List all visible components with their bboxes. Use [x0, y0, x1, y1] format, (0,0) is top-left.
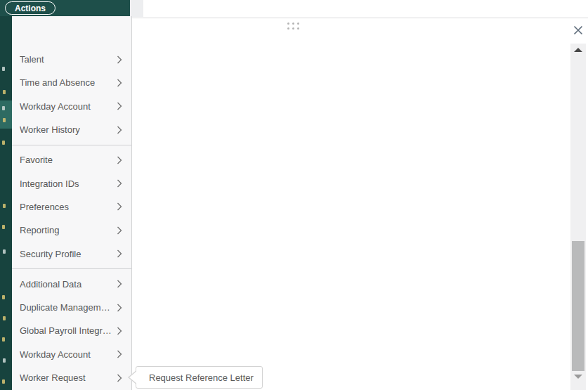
- scroll-down-button[interactable]: [570, 372, 586, 382]
- sidebar-edge-fragment: [3, 316, 6, 320]
- menu-divider: [12, 268, 131, 269]
- menu-item-duplicate-management[interactable]: Duplicate Management: [12, 296, 131, 319]
- sidebar-edge-fragment: [3, 118, 6, 122]
- menu-item-label: Worker Request: [20, 372, 112, 383]
- sidebar-edge-fragment: [2, 337, 5, 342]
- menu-item-additional-data[interactable]: Additional Data: [12, 273, 131, 296]
- chevron-right-icon: [117, 304, 122, 312]
- sidebar-strip: [0, 16, 12, 390]
- submenu-arrow-icon: [129, 370, 138, 384]
- menu-item-security-profile[interactable]: Security Profile: [12, 242, 131, 265]
- menu-item-label: Worker History: [20, 124, 112, 135]
- chevron-right-icon: [117, 202, 122, 211]
- header-tab-spacer: [130, 0, 143, 17]
- chevron-right-icon: [117, 249, 122, 258]
- submenu-item-request-reference-letter[interactable]: Request Reference Letter: [136, 367, 262, 388]
- chevron-right-icon: [117, 350, 122, 358]
- actions-button[interactable]: Actions: [5, 1, 55, 15]
- menu-item-global-payroll-integrations[interactable]: Global Payroll Integrati…: [12, 319, 131, 342]
- chevron-right-icon: [117, 226, 122, 235]
- menu-item-workday-account-2[interactable]: Workday Account: [12, 343, 131, 366]
- sidebar-edge-fragment: [3, 90, 6, 94]
- scroll-up-button[interactable]: [570, 44, 586, 56]
- actions-menu: Talent Time and Absence Workday Account …: [12, 16, 132, 390]
- menu-item-integration-ids[interactable]: Integration IDs: [12, 171, 131, 195]
- chevron-right-icon: [117, 56, 122, 64]
- scroll-up-arrow-icon: [574, 48, 582, 52]
- menu-item-label: Favorite: [20, 155, 112, 165]
- sidebar-edge-fragment: [2, 225, 5, 229]
- sidebar-edge-fragment: [2, 379, 5, 384]
- menu-item-favorite[interactable]: Favorite: [12, 148, 131, 171]
- sidebar-highlighted-item: [0, 100, 12, 129]
- sidebar-edge-fragment: [3, 204, 6, 208]
- menu-item-label: Additional Data: [20, 279, 112, 290]
- sidebar-edge-fragment: [2, 106, 5, 110]
- menu-item-label: Preferences: [20, 202, 112, 212]
- menu-item-talent[interactable]: Talent: [12, 48, 131, 71]
- chevron-right-icon: [117, 374, 122, 382]
- chevron-right-icon: [117, 327, 122, 335]
- worker-request-submenu: Request Reference Letter: [136, 366, 263, 389]
- sidebar-edge-fragment: [3, 358, 6, 363]
- menu-item-label: Workday Account: [20, 101, 112, 112]
- menu-item-label: Reporting: [20, 225, 112, 235]
- sidebar-edge-fragment: [2, 67, 5, 71]
- menu-item-time-and-absence[interactable]: Time and Absence: [12, 71, 131, 94]
- menu-divider: [12, 145, 131, 145]
- menu-item-worker-history[interactable]: Worker History: [12, 118, 131, 141]
- menu-item-label: Workday Account: [20, 349, 112, 360]
- menu-item-workday-account[interactable]: Workday Account: [12, 95, 131, 118]
- chevron-right-icon: [117, 79, 122, 87]
- scroll-down-arrow-icon: [574, 375, 582, 379]
- chevron-right-icon: [117, 280, 122, 288]
- menu-item-reporting[interactable]: Reporting: [12, 219, 131, 242]
- modal-top-border: [130, 18, 588, 18]
- chevron-right-icon: [117, 156, 122, 164]
- menu-item-label: Security Profile: [20, 249, 112, 259]
- menu-item-label: Global Payroll Integrati…: [20, 325, 112, 336]
- menu-item-label: Duplicate Management: [20, 302, 112, 313]
- scrollbar[interactable]: [570, 44, 586, 390]
- menu-item-worker-request[interactable]: Worker Request: [12, 366, 131, 389]
- chevron-right-icon: [117, 179, 122, 188]
- sidebar-edge-fragment: [2, 295, 5, 299]
- drag-handle-icon[interactable]: [287, 22, 299, 30]
- close-icon: [573, 25, 583, 35]
- sidebar-edge-fragment: [3, 249, 6, 254]
- menu-item-label: Integration IDs: [20, 178, 112, 189]
- chevron-right-icon: [117, 102, 122, 110]
- scrollbar-thumb[interactable]: [572, 241, 584, 371]
- top-header-bar: Actions: [0, 0, 130, 16]
- chevron-right-icon: [117, 126, 122, 134]
- menu-item-label: Talent: [20, 54, 112, 65]
- close-button[interactable]: [570, 22, 586, 38]
- sidebar-edge-fragment: [2, 141, 5, 145]
- menu-item-label: Time and Absence: [20, 77, 112, 88]
- menu-item-preferences[interactable]: Preferences: [12, 195, 131, 219]
